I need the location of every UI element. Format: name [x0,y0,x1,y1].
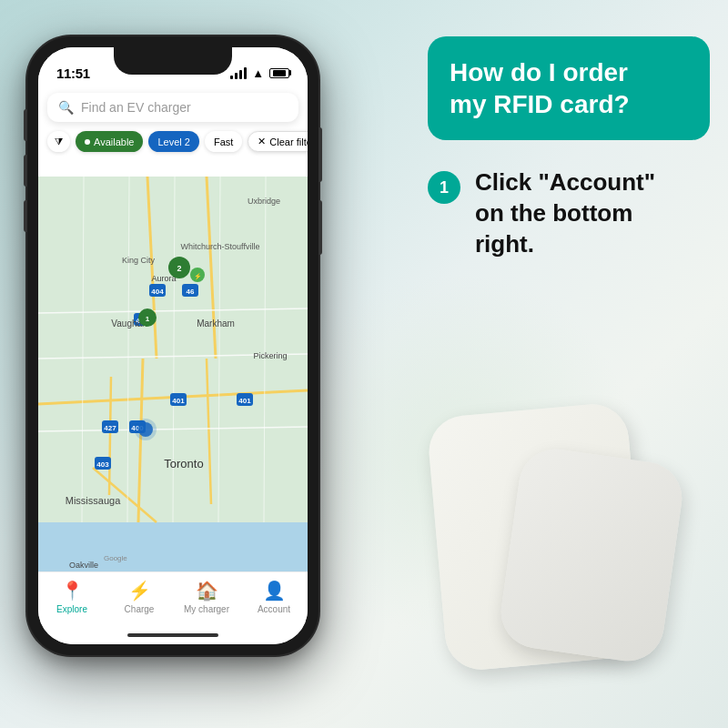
svg-point-52 [135,419,157,440]
step-number-1: 1 [428,171,460,204]
map-area[interactable]: 404 46 400 401 427 400 [38,156,308,598]
available-dot [85,139,90,145]
svg-text:Oakville: Oakville [69,561,98,570]
svg-text:Markham: Markham [197,318,235,329]
svg-text:1: 1 [146,315,150,323]
explore-label: Explore [56,604,87,614]
svg-text:403: 403 [96,460,109,469]
home-indicator [127,633,218,637]
charge-label: Charge [125,604,155,614]
svg-text:401: 401 [238,397,251,405]
svg-text:Mississauga: Mississauga [66,495,121,506]
account-label: Account [258,604,290,614]
my-charger-icon: 🏠 [196,580,218,602]
explore-icon: 📍 [61,580,84,602]
question-card: How do I order my RFID card? [428,36,710,140]
search-bar[interactable]: 🔍 Find an EV charger [47,93,298,122]
charge-icon: ⚡ [128,580,151,602]
instruction-text-1: Click "Account"on the bottomright. [475,167,655,259]
svg-text:2: 2 [177,264,181,273]
right-panel: How do I order my RFID card? 1 Click "Ac… [428,36,710,259]
phone-notch [114,47,232,75]
svg-text:Uxbridge: Uxbridge [248,197,280,206]
svg-text:427: 427 [104,424,116,432]
wifi-icon: ▲ [252,66,264,80]
signal-icon [230,67,247,79]
filter-available[interactable]: Available [76,131,143,152]
svg-text:404: 404 [151,288,164,296]
account-icon: 👤 [263,580,286,602]
filter-level2-label: Level 2 [157,136,189,147]
question-text: How do I order my RFID card? [450,56,688,120]
phone-mockup: 11:51 ▲ 🔍 F [27,36,373,692]
filter-fast[interactable]: Fast [205,131,242,152]
filter-row: ⧩ Available Level 2 Fast ✕ Clear filte [38,127,308,156]
search-icon: 🔍 [58,100,74,115]
battery-icon [269,68,289,78]
map-svg: 404 46 400 401 427 400 [38,156,308,598]
svg-text:⚡: ⚡ [194,272,202,280]
filter-fast-label: Fast [214,136,233,147]
cushion-2 [497,445,687,666]
my-charger-label: My charger [184,604,229,614]
svg-text:Whitchurch-Stouffville: Whitchurch-Stouffville [181,242,260,251]
filter-options-button[interactable]: ⧩ [47,131,70,152]
nav-my-charger[interactable]: 🏠 My charger [173,580,240,614]
phone-outer: 11:51 ▲ 🔍 F [27,36,318,655]
svg-text:King City: King City [122,256,156,265]
nav-charge[interactable]: ⚡ Charge [106,580,173,614]
filter-level2[interactable]: Level 2 [148,131,198,152]
svg-text:Google: Google [104,554,127,562]
filter-available-label: Available [94,136,134,147]
nav-explore[interactable]: 📍 Explore [38,580,106,614]
filter-clear-label: Clear filte [269,136,308,147]
instruction-step-1: 1 Click "Account"on the bottomright. [428,167,710,259]
status-time: 11:51 [56,66,90,81]
svg-text:Toronto: Toronto [164,457,203,470]
svg-text:46: 46 [187,288,195,296]
nav-account[interactable]: 👤 Account [240,580,308,614]
clear-icon: ✕ [258,136,266,147]
filter-clear[interactable]: ✕ Clear filte [248,131,308,152]
bottom-nav: 📍 Explore ⚡ Charge 🏠 My charger 👤 Accoun… [38,571,308,644]
search-placeholder: Find an EV charger [81,100,191,115]
filter-icon: ⧩ [55,136,63,147]
svg-text:401: 401 [172,397,185,405]
status-icons: ▲ [230,66,289,80]
svg-text:Pickering: Pickering [253,351,287,360]
phone-screen: 11:51 ▲ 🔍 F [38,47,308,644]
